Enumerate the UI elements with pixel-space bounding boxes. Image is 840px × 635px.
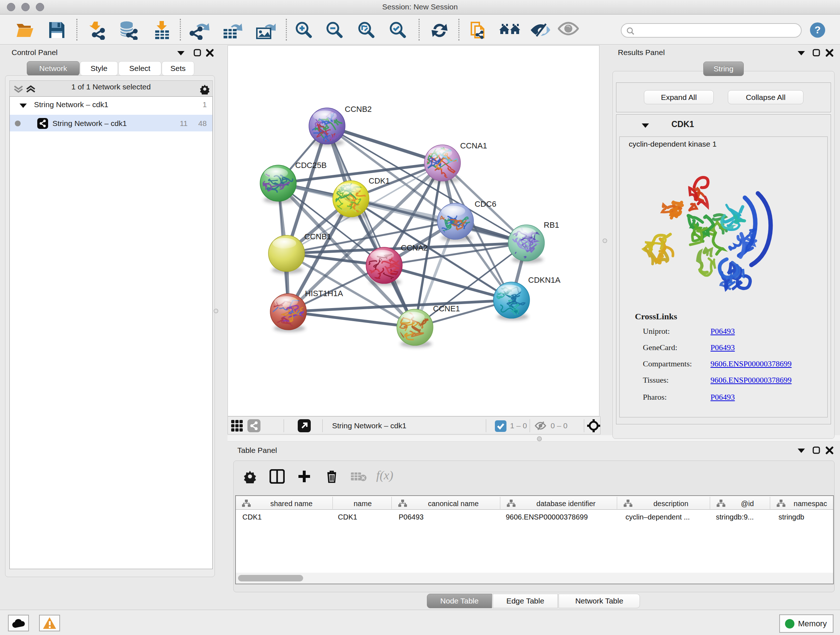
svg-text:CCNE1: CCNE1: [433, 304, 460, 313]
svg-text:CCNA2: CCNA2: [401, 243, 428, 252]
svg-text:CCNB1: CCNB1: [304, 232, 332, 241]
svg-text:CDC25B: CDC25B: [295, 161, 327, 170]
svg-text:CDKN1A: CDKN1A: [528, 276, 561, 285]
svg-text:?: ?: [814, 24, 821, 35]
svg-text:RB1: RB1: [544, 220, 559, 230]
svg-text:CCNB2: CCNB2: [345, 105, 372, 114]
svg-text:CCNA1: CCNA1: [460, 141, 487, 150]
svg-text:HIST1H1A: HIST1H1A: [305, 289, 343, 298]
svg-text:CDC6: CDC6: [475, 200, 496, 209]
svg-text:CDK1: CDK1: [369, 176, 390, 185]
